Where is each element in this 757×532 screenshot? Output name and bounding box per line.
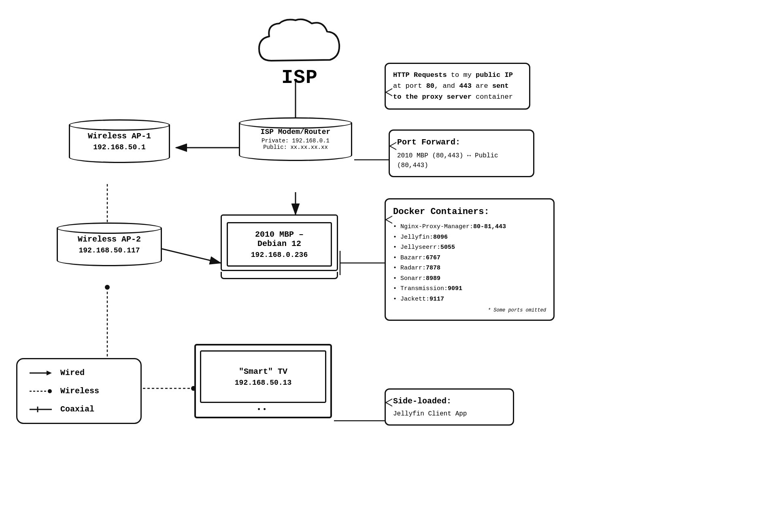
svg-point-10 (105, 285, 110, 290)
ap2-name: Wireless AP-2 (78, 235, 141, 244)
isp-modem-name: ISP Modem/Router (261, 128, 331, 136)
isp-modem-public: Public: xx.xx.xx.xx (263, 144, 328, 150)
svg-point-18 (48, 389, 52, 393)
docker-list: Nginx-Proxy-Manager:80-81,443 Jellyfin:8… (393, 222, 546, 304)
ap1-ip: 192.168.50.1 (93, 143, 146, 151)
ap2-ip: 192.168.50.117 (79, 246, 140, 254)
tv-screen: "Smart" TV 192.168.50.13 (200, 350, 326, 403)
docker-item: Jellyseerr:5055 (393, 242, 546, 253)
docker-item: Jellyfin:8096 (393, 232, 546, 243)
mbp-laptop: 2010 MBP – Debian 12 192.168.0.236 (221, 214, 338, 279)
ap1-cylinder: Wireless AP-1 192.168.50.1 (69, 119, 170, 163)
legend-box: Wired Wireless Coaxial (16, 358, 142, 424)
tv-outer: "Smart" TV 192.168.50.13 ⦁⦁ (194, 344, 332, 418)
ap2-cylinder-top (57, 223, 162, 234)
isp-modem-private: Private: 192.168.0.1 (262, 138, 330, 144)
ports-omitted-note: * Some ports omitted (393, 307, 546, 314)
legend-coaxial-label: Coaxial (60, 405, 94, 414)
legend-wired: Wired (30, 368, 128, 377)
port-forward-box: Port Forward: 2010 MBP (80,443) ↔ Public… (389, 129, 534, 177)
wired-icon (30, 369, 54, 377)
mbp-ip: 192.168.0.236 (251, 251, 308, 259)
tv-stand-dots: ⦁⦁ (200, 405, 326, 413)
legend-coaxial: Coaxial (30, 405, 128, 414)
http-box: HTTP Requests to my public IP at port 80… (385, 63, 530, 110)
port-forward-detail: 2010 MBP (80,443) ↔ Public (80,443) (397, 151, 526, 170)
laptop-screen: 2010 MBP – Debian 12 192.168.0.236 (227, 222, 332, 267)
diagram-container: ISP ISP Modem/Router Private: 192.168.0.… (0, 0, 757, 532)
wireless-ap2: Wireless AP-2 192.168.50.117 (57, 223, 162, 266)
docker-item: Nginx-Proxy-Manager:80-81,443 (393, 222, 546, 232)
port-forward-title: Port Forward: (397, 136, 526, 148)
smart-tv: "Smart" TV 192.168.50.13 ⦁⦁ (194, 344, 332, 418)
coaxial-icon (30, 405, 54, 414)
tv-ip: 192.168.50.13 (235, 379, 291, 387)
sideloaded-title: Side-loaded: (393, 395, 506, 407)
isp-modem: ISP Modem/Router Private: 192.168.0.1 Pu… (239, 117, 352, 161)
docker-item: Jackett:9117 (393, 294, 546, 305)
sideloaded-detail: Jellyfin Client App (393, 409, 506, 419)
cylinder-top (239, 117, 352, 129)
legend-wireless: Wireless (30, 386, 128, 396)
docker-box: Docker Containers: Nginx-Proxy-Manager:8… (385, 198, 555, 321)
ap1-name: Wireless AP-1 (88, 131, 151, 141)
legend-wired-label: Wired (60, 368, 85, 377)
mbp-name: 2010 MBP – Debian 12 (255, 230, 304, 248)
http-box-text: HTTP Requests to my public IP at port 80… (393, 71, 513, 101)
cloud-icon (255, 16, 344, 71)
svg-marker-16 (47, 371, 52, 375)
ap2-cylinder: Wireless AP-2 192.168.50.117 (57, 223, 162, 266)
isp-cloud: ISP (243, 16, 356, 89)
ap1-cylinder-top (69, 119, 170, 131)
docker-title: Docker Containers: (393, 205, 546, 218)
isp-modem-cylinder: ISP Modem/Router Private: 192.168.0.1 Pu… (239, 117, 352, 161)
wireless-icon (30, 387, 54, 396)
laptop-outer: 2010 MBP – Debian 12 192.168.0.236 (221, 214, 338, 271)
tv-name: "Smart" TV (239, 367, 287, 376)
docker-item: Bazarr:6767 (393, 253, 546, 263)
wireless-ap1: Wireless AP-1 192.168.50.1 (69, 119, 170, 163)
sideloaded-box: Side-loaded: Jellyfin Client App (385, 388, 514, 426)
docker-item: Sonarr:8989 (393, 273, 546, 284)
svg-line-5 (162, 249, 221, 263)
docker-item: Transmission:9091 (393, 284, 546, 294)
laptop-base (221, 272, 338, 279)
legend-wireless-label: Wireless (60, 386, 99, 396)
docker-item: Radarr:7878 (393, 263, 546, 273)
